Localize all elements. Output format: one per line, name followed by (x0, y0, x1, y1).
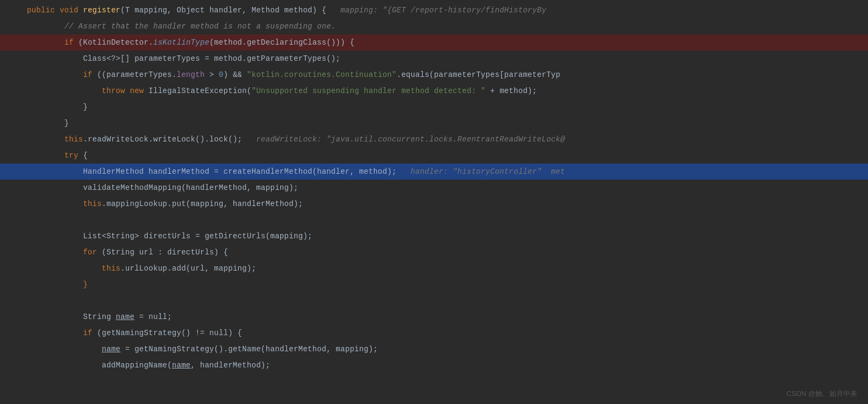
code-line-1: public void register(T mapping, Object h… (0, 2, 868, 18)
code-line-20: String name = null; (0, 309, 868, 325)
code-line-16: for (String url : directUrls) { (0, 244, 868, 260)
code-line-11: HandlerMethod handlerMethod = createHand… (0, 164, 868, 180)
code-line-9: this.readWriteLock.writeLock().lock(); r… (0, 131, 868, 147)
code-line-6: throw new IllegalStateException("Unsuppo… (0, 83, 868, 99)
watermark: CSDN @她、如月中来 (786, 389, 857, 399)
code-line-15: List<String> directUrls = getDirectUrls(… (0, 228, 868, 244)
code-line-8: } (0, 115, 868, 131)
code-editor: public void register(T mapping, Object h… (0, 0, 868, 404)
code-line-10: try { (0, 147, 868, 164)
code-line-12: validateMethodMapping(handlerMethod, map… (0, 180, 868, 196)
code-line-7: } (0, 99, 868, 115)
code-line-18: } (0, 277, 868, 293)
code-line-3: if (KotlinDetector.isKotlinType(method.g… (0, 34, 868, 51)
code-line-17: this.urlLookup.add(url, mapping); (0, 260, 868, 277)
code-line-14 (0, 212, 868, 228)
code-line-19 (0, 293, 868, 309)
code-line-21: if (getNamingStrategy() != null) { (0, 325, 868, 341)
code-line-22: name = getNamingStrategy().getName(handl… (0, 341, 868, 357)
code-line-4: Class<?>[] parameterTypes = method.getPa… (0, 51, 868, 67)
code-line-2: // Assert that the handler method is not… (0, 18, 868, 34)
code-line-5: if ((parameterTypes.length > 0) && "kotl… (0, 67, 868, 83)
code-line-23: addMappingName(name, handlerMethod); (0, 357, 868, 373)
code-line-13: this.mappingLookup.put(mapping, handlerM… (0, 196, 868, 212)
